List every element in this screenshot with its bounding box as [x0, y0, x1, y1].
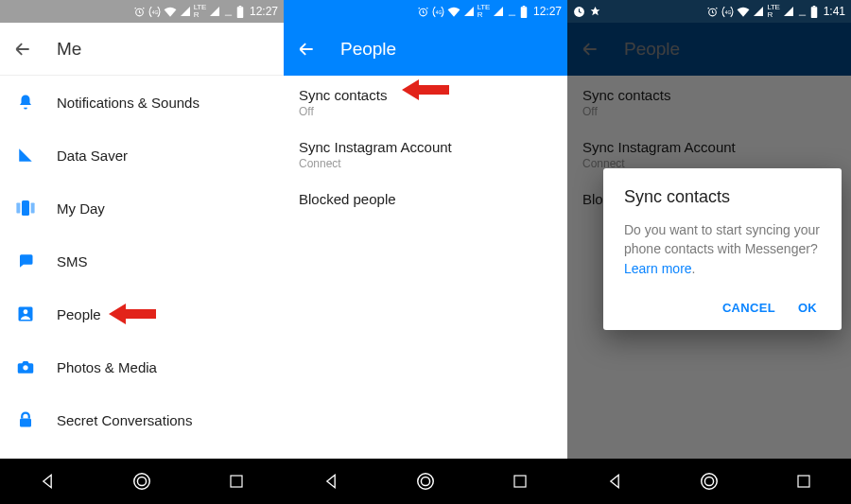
annotation-arrow-icon: [109, 304, 156, 324]
wifi-icon: [447, 6, 460, 17]
svg-text:4G: 4G: [152, 9, 159, 14]
download-icon: [797, 6, 808, 17]
camera-icon: [15, 356, 36, 377]
phone-screen-2: 4G LTER 12:27 People Sync contacts Off S…: [284, 0, 567, 504]
lock-icon: [15, 409, 36, 430]
nav-recent-button[interactable]: [225, 470, 248, 493]
cancel-button[interactable]: CANCEL: [722, 301, 775, 315]
svg-rect-3: [239, 6, 242, 7]
svg-point-29: [704, 477, 713, 485]
nav-bar: [284, 459, 567, 504]
lte-indicator: LTER: [478, 4, 490, 19]
settings-item-data-saver[interactable]: Data Saver: [0, 129, 284, 182]
svg-point-12: [134, 474, 150, 490]
nav-recent-button[interactable]: [509, 470, 531, 493]
status-bar: 4G LTER 1:41: [567, 0, 851, 23]
svg-rect-2: [237, 7, 244, 18]
signal-icon-2: [209, 6, 220, 17]
download-icon: [223, 6, 234, 17]
settings-item-secret[interactable]: Secret Conversations: [0, 393, 284, 446]
lte-indicator: LTER: [767, 4, 779, 19]
svg-rect-14: [231, 476, 242, 487]
clock: 12:27: [250, 5, 278, 18]
settings-item-label: Secret Conversations: [57, 412, 192, 428]
dialog-body: Do you want to start syncing your phone …: [624, 220, 821, 278]
people-item-sync-instagram[interactable]: Sync Instagram Account Connect: [284, 128, 567, 180]
svg-rect-30: [798, 476, 809, 487]
signal-icon-2: [783, 6, 794, 17]
svg-rect-17: [521, 7, 528, 18]
nav-bar: [0, 459, 284, 504]
status-bar: 4G LTER 12:27: [284, 0, 567, 23]
clock: 1:41: [824, 5, 845, 18]
dialog-title: Sync contacts: [624, 187, 821, 207]
svg-rect-26: [810, 7, 817, 18]
people-item-label: Sync contacts: [299, 87, 552, 103]
svg-point-10: [23, 365, 27, 370]
nav-back-button[interactable]: [603, 470, 626, 493]
learn-more-link[interactable]: Learn more: [624, 261, 692, 276]
people-item-label: Blocked people: [299, 191, 552, 207]
svg-point-8: [24, 309, 28, 314]
svg-rect-6: [31, 202, 35, 213]
svg-rect-11: [20, 419, 31, 427]
status-bar: 4G LTER 12:27: [0, 0, 284, 23]
app-notif-icon-1: [573, 6, 585, 18]
svg-text:4G: 4G: [436, 9, 443, 14]
lte-indicator: LTER: [194, 4, 206, 19]
people-list: Sync contacts Off Sync Instagram Account…: [284, 76, 567, 459]
nav-back-button[interactable]: [36, 470, 59, 493]
svg-rect-18: [523, 6, 526, 7]
signal-icon: [753, 6, 764, 17]
signal-icon: [463, 6, 475, 17]
wifi-icon: [164, 6, 177, 17]
settings-item-label: People: [57, 306, 101, 322]
nav-home-button[interactable]: [130, 470, 153, 493]
settings-item-sms[interactable]: SMS: [0, 235, 284, 287]
nav-recent-button[interactable]: [792, 470, 815, 493]
svg-text:4G: 4G: [725, 9, 732, 14]
svg-point-21: [421, 477, 429, 485]
nav-back-button[interactable]: [320, 470, 342, 493]
nav-home-button[interactable]: [414, 470, 437, 493]
download-icon: [507, 6, 517, 17]
svg-point-28: [702, 474, 718, 490]
people-item-sync-contacts[interactable]: Sync contacts Off: [284, 76, 567, 128]
svg-point-20: [418, 474, 434, 490]
people-item-sub: Off: [299, 105, 552, 118]
page-title: People: [340, 39, 396, 60]
signal-icon: [15, 145, 36, 165]
settings-item-notifications[interactable]: Notifications & Sounds: [0, 76, 284, 129]
settings-item-people[interactable]: People: [0, 287, 284, 340]
svg-rect-27: [812, 6, 815, 7]
settings-item-label: Photos & Media: [57, 359, 157, 375]
back-button[interactable]: [295, 38, 318, 61]
people-item-sub: Connect: [299, 157, 552, 170]
back-button[interactable]: [11, 38, 34, 61]
signal-icon-2: [493, 6, 504, 17]
sync-contacts-dialog: Sync contacts Do you want to start synci…: [603, 168, 842, 330]
settings-item-label: Data Saver: [57, 148, 128, 164]
alarm-icon: [417, 6, 429, 18]
battery-icon: [236, 6, 244, 18]
ok-button[interactable]: OK: [798, 301, 817, 315]
battery-icon: [810, 6, 818, 18]
settings-item-photos-media[interactable]: Photos & Media: [0, 340, 284, 393]
bell-icon: [15, 92, 36, 113]
phone-screen-3: 4G LTER 1:41 People Sync contacts Off Sy…: [567, 0, 851, 504]
settings-item-label: Notifications & Sounds: [57, 95, 200, 111]
alarm-icon: [133, 6, 146, 18]
wifi-icon: [737, 6, 750, 17]
people-item-blocked[interactable]: Blocked people: [284, 180, 567, 217]
phone-screen-1: 4G LTER 12:27 Me Notifications & Sounds …: [0, 0, 284, 504]
nav-home-button[interactable]: [698, 470, 721, 493]
phone-4g-icon: 4G: [721, 6, 734, 18]
page-title: Me: [57, 39, 81, 60]
story-icon: [15, 198, 36, 218]
phone-4g-icon: 4G: [148, 6, 161, 18]
app-header: Me: [0, 23, 284, 76]
settings-item-my-day[interactable]: My Day: [0, 182, 284, 235]
app-notif-icon-2: [589, 6, 601, 18]
settings-list: Notifications & Sounds Data Saver My Day…: [0, 76, 284, 459]
svg-marker-9: [109, 304, 156, 324]
